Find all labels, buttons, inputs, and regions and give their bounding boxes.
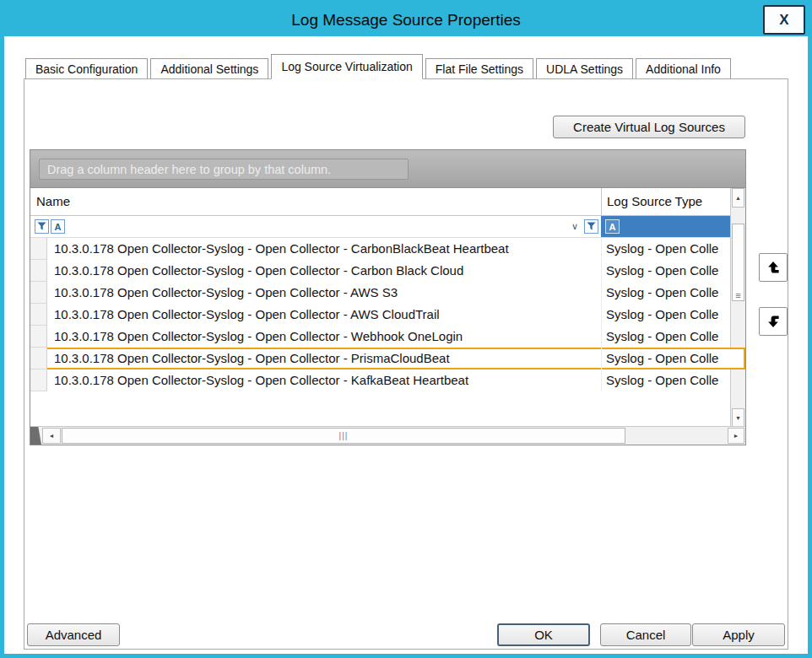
group-by-bar[interactable]: Drag a column header here to group by th… — [30, 150, 745, 188]
row-type: Syslog - Open Colle — [601, 348, 745, 369]
filter-funnel-icon[interactable] — [584, 219, 598, 234]
scroll-down-icon[interactable]: ▼ — [732, 408, 744, 428]
row-indicator[interactable] — [30, 282, 47, 304]
row-type: Syslog - Open Colle — [601, 238, 730, 260]
filter-funnel-icon[interactable] — [35, 219, 49, 234]
table-row[interactable]: 10.3.0.178 Open Collector-Syslog - Open … — [30, 304, 730, 326]
tab-strip: Basic Configuration Additional Settings … — [25, 54, 734, 79]
table-row[interactable]: 10.3.0.178 Open Collector-Syslog - Open … — [30, 238, 730, 260]
scrollbar-grip-icon: ≡ — [735, 290, 740, 300]
row-indicator[interactable] — [30, 326, 47, 348]
apply-button[interactable]: Apply — [692, 623, 785, 646]
group-by-hint: Drag a column header here to group by th… — [39, 159, 409, 180]
column-header-log-source-type[interactable]: Log Source Type — [601, 188, 730, 215]
dialog-window: Log Message Source Properties X Basic Co… — [0, 0, 812, 658]
row-name: 10.3.0.178 Open Collector-Syslog - Open … — [47, 326, 601, 348]
row-name: 10.3.0.178 Open Collector-Syslog - Open … — [47, 369, 601, 391]
create-virtual-log-sources-button[interactable]: Create Virtual Log Sources — [553, 116, 745, 138]
filter-mode-icon[interactable]: A — [605, 219, 620, 234]
row-indicator[interactable] — [30, 238, 47, 260]
move-down-button[interactable] — [759, 307, 788, 336]
tab-basic-configuration[interactable]: Basic Configuration — [25, 58, 148, 79]
table-row[interactable]: 10.3.0.178 Open Collector-Syslog - Open … — [30, 369, 730, 391]
move-up-icon — [766, 260, 781, 275]
row-type: Syslog - Open Colle — [601, 369, 730, 391]
tab-additional-info[interactable]: Additional Info — [636, 58, 731, 79]
row-name: 10.3.0.178 Open Collector-Syslog - Open … — [47, 238, 601, 260]
row-type: Syslog - Open Colle — [601, 304, 730, 326]
grid-filter-row: A ∨ A — [30, 216, 730, 238]
tab-additional-settings[interactable]: Additional Settings — [150, 58, 268, 79]
window-title: Log Message Source Properties — [291, 11, 520, 30]
row-name: 10.3.0.178 Open Collector-Syslog - Open … — [47, 282, 601, 304]
name-filter-input[interactable] — [68, 218, 566, 235]
vertical-scrollbar[interactable]: ▲ ≡ ▼ — [730, 188, 745, 428]
cancel-button[interactable]: Cancel — [600, 623, 691, 646]
scroll-right-icon[interactable]: ► — [728, 428, 744, 444]
tab-flat-file-settings[interactable]: Flat File Settings — [425, 58, 533, 79]
row-name: 10.3.0.178 Open Collector-Syslog - Open … — [47, 260, 601, 282]
row-indicator[interactable] — [30, 348, 47, 369]
row-indicator[interactable] — [30, 369, 47, 391]
vertical-scrollbar-thumb[interactable]: ≡ — [732, 224, 744, 301]
move-down-icon — [766, 314, 781, 329]
horizontal-scrollbar-thumb[interactable]: ||| — [62, 428, 625, 444]
column-header-name[interactable]: Name — [36, 188, 70, 215]
table-row[interactable]: 10.3.0.178 Open Collector-Syslog - Open … — [30, 326, 730, 348]
row-name: 10.3.0.178 Open Collector-Syslog - Open … — [47, 304, 601, 326]
window-titlebar[interactable]: Log Message Source Properties — [4, 4, 808, 36]
horizontal-scrollbar[interactable]: ◄ ||| ► — [30, 426, 745, 445]
scrollbar-grip-icon: ||| — [339, 431, 349, 440]
filter-mode-icon[interactable]: A — [51, 219, 65, 234]
tab-log-source-virtualization[interactable]: Log Source Virtualization — [271, 54, 422, 79]
close-button[interactable]: X — [763, 5, 805, 35]
advanced-button[interactable]: Advanced — [27, 623, 120, 646]
filter-dropdown-icon[interactable]: ∨ — [571, 221, 578, 232]
tab-udla-settings[interactable]: UDLA Settings — [536, 58, 633, 79]
row-type: Syslog - Open Colle — [601, 282, 730, 304]
scroll-left-icon[interactable]: ◄ — [42, 428, 61, 444]
row-type: Syslog - Open Colle — [601, 260, 730, 282]
name-filter-cell[interactable]: A ∨ — [30, 216, 601, 237]
table-row[interactable]: 10.3.0.178 Open Collector-Syslog - Open … — [30, 282, 730, 304]
table-row-selected[interactable]: 10.3.0.178 Open Collector-Syslog - Open … — [30, 348, 745, 369]
close-icon: X — [779, 12, 788, 29]
log-source-type-filter-cell[interactable]: A — [601, 216, 730, 237]
row-indicator[interactable] — [30, 260, 47, 282]
scroll-up-icon[interactable]: ▲ — [732, 188, 744, 208]
table-row[interactable]: 10.3.0.178 Open Collector-Syslog - Open … — [30, 260, 730, 282]
row-type: Syslog - Open Colle — [601, 326, 730, 348]
grid-header-row: Name Log Source Type — [30, 188, 730, 216]
ok-button[interactable]: OK — [497, 623, 590, 646]
row-name: 10.3.0.178 Open Collector-Syslog - Open … — [47, 348, 601, 369]
row-indicator[interactable] — [30, 304, 47, 326]
log-sources-grid: Drag a column header here to group by th… — [30, 149, 746, 445]
pane-splitter-handle[interactable] — [30, 427, 41, 445]
move-up-button[interactable] — [759, 253, 788, 282]
